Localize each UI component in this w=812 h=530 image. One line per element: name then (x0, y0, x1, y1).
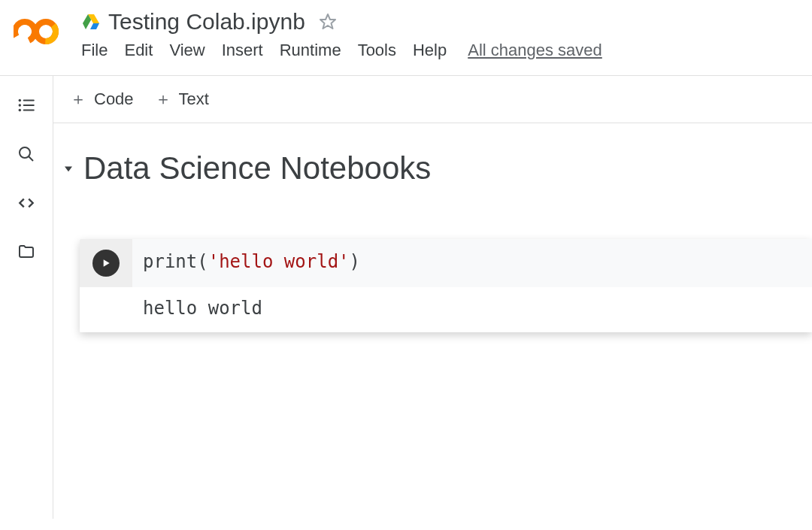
menu-file[interactable]: File (81, 41, 108, 60)
menu-help[interactable]: Help (413, 41, 447, 60)
svg-line-14 (29, 156, 33, 161)
svg-marker-15 (65, 167, 72, 172)
search-icon[interactable] (17, 145, 35, 163)
code-output: hello world (132, 287, 812, 332)
content-area: ＋ Code ＋ Text Data Science Notebooks (0, 76, 812, 519)
title-row: Testing Colab.ipynb (81, 9, 602, 35)
code-cell[interactable]: print('hello world') hello world (80, 239, 812, 332)
code-token-paren-open: ( (197, 251, 208, 272)
svg-marker-6 (320, 14, 335, 29)
collapse-arrow-icon[interactable] (61, 161, 76, 176)
menu-insert[interactable]: Insert (222, 41, 263, 60)
notebook-title[interactable]: Testing Colab.ipynb (108, 9, 305, 35)
run-button[interactable] (92, 250, 120, 277)
output-gutter (80, 287, 132, 332)
cell-toolbar: ＋ Code ＋ Text (53, 76, 812, 123)
code-input-row: print('hello world') (80, 239, 812, 287)
svg-point-11 (19, 109, 21, 111)
title-block: Testing Colab.ipynb File Edit View Inser… (81, 9, 602, 72)
cells-container: Data Science Notebooks print('hello worl… (53, 123, 812, 332)
svg-point-13 (20, 147, 30, 158)
code-token-string: 'hello world' (208, 251, 350, 272)
svg-rect-10 (23, 104, 35, 106)
save-status[interactable]: All changes saved (468, 41, 602, 60)
menu-edit[interactable]: Edit (124, 41, 153, 60)
toc-icon[interactable] (17, 95, 36, 115)
code-output-row: hello world (80, 287, 812, 332)
snippets-icon[interactable] (17, 193, 36, 213)
heading-cell[interactable]: Data Science Notebooks (61, 150, 812, 186)
heading-text: Data Science Notebooks (83, 150, 431, 186)
files-icon[interactable] (17, 243, 35, 261)
svg-rect-8 (23, 99, 35, 101)
header: Testing Colab.ipynb File Edit View Inser… (0, 0, 812, 72)
plus-icon: ＋ (155, 88, 171, 111)
menu-bar: File Edit View Insert Runtime Tools Help… (81, 41, 602, 72)
menu-runtime[interactable]: Runtime (280, 41, 341, 60)
add-code-button[interactable]: ＋ Code (70, 88, 134, 111)
menu-view[interactable]: View (169, 41, 205, 60)
svg-marker-4 (90, 23, 99, 29)
add-text-label: Text (179, 89, 209, 109)
add-text-button[interactable]: ＋ Text (155, 88, 209, 111)
drive-icon (81, 13, 101, 31)
plus-icon: ＋ (70, 88, 86, 111)
svg-rect-12 (23, 109, 35, 111)
run-gutter (80, 239, 132, 287)
svg-point-7 (19, 99, 21, 101)
main-panel: ＋ Code ＋ Text Data Science Notebooks (53, 76, 812, 519)
left-rail (0, 76, 53, 519)
svg-marker-16 (104, 259, 110, 266)
svg-point-9 (19, 104, 21, 106)
colab-logo (14, 17, 59, 47)
code-editor[interactable]: print('hello world') (132, 239, 812, 287)
menu-tools[interactable]: Tools (358, 41, 396, 60)
add-code-label: Code (94, 89, 134, 109)
code-token-paren-close: ) (350, 251, 360, 272)
star-icon[interactable] (319, 13, 337, 31)
code-token-func: print (143, 251, 197, 272)
